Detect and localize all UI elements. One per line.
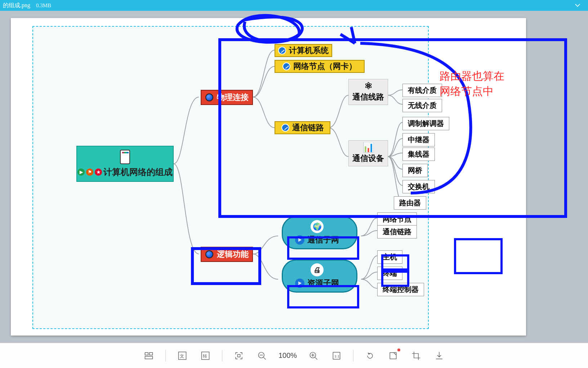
leaf-hub[interactable]: 集线器 (402, 148, 435, 161)
toolbar-separator (353, 350, 353, 362)
svg-rect-18 (390, 352, 396, 359)
node-label: 计算机系统 (289, 45, 329, 56)
dot-icon (205, 93, 213, 101)
dot-icon (278, 47, 286, 54)
node-jisuanji[interactable]: 计算机系统 (275, 44, 332, 57)
title-bar: 的组成.png 0.3MB (0, 0, 588, 11)
notification-dot-icon (397, 349, 400, 351)
svg-line-13 (315, 357, 317, 359)
zoom-out-button[interactable] (255, 349, 268, 362)
phone-icon (120, 150, 130, 164)
star-icon: ★ (95, 168, 102, 176)
svg-text:转: 转 (203, 354, 207, 359)
root-label: 计算机网络的组成 (103, 166, 173, 178)
annotation-rect-host (381, 254, 409, 271)
toolbar-separator (165, 350, 166, 362)
chevron-down-icon[interactable] (574, 2, 581, 9)
globe-icon: 🌍 (311, 220, 324, 233)
leaf-repeater[interactable]: 中继器 (402, 133, 435, 146)
annotation-rect-logical (191, 247, 261, 285)
svg-rect-3 (145, 356, 152, 359)
node-label: 通信设备 (352, 153, 384, 164)
zoom-in-button[interactable] (307, 349, 320, 362)
svg-text:1:1: 1:1 (334, 354, 340, 358)
node-tongxinxianlu[interactable]: ⚛ 通信线路 (348, 79, 388, 105)
leaf-modem[interactable]: 调制解调器 (402, 117, 449, 130)
annotation-rect-empty (454, 238, 503, 274)
transform-button[interactable]: 转 (199, 349, 212, 362)
annotation-rect-terminal (381, 271, 409, 287)
download-button[interactable] (433, 349, 446, 362)
leaf-wuxian[interactable]: 无线介质 (402, 99, 442, 112)
node-tongxinshebei[interactable]: 📊 通信设备 (348, 140, 388, 166)
dot-icon (281, 124, 289, 132)
node-physical[interactable]: 物理连接 (201, 90, 253, 105)
svg-rect-1 (145, 352, 148, 355)
annotation-text: 路由器也算在 网络节点中 (440, 69, 504, 99)
file-size: 0.3MB (36, 3, 51, 9)
bottom-toolbar: 文 转 100% 1:1 (0, 343, 588, 368)
node-label: 网络节点（网卡） (293, 61, 357, 72)
dot-icon (282, 62, 290, 70)
svg-text:文: 文 (180, 354, 184, 359)
rotate-button[interactable] (364, 349, 377, 362)
play-icon: ▶ (77, 168, 85, 176)
crop-button[interactable] (410, 349, 423, 362)
svg-line-10 (263, 357, 266, 359)
leaf-commlink[interactable]: 通信链路 (377, 225, 417, 238)
atom-icon: ⚛ (364, 82, 373, 91)
fit-screen-button[interactable] (232, 349, 245, 362)
node-label: 通信链路 (292, 122, 324, 133)
thumbnail-view-button[interactable] (142, 349, 155, 362)
leaf-switch[interactable]: 交换机 (402, 180, 435, 193)
edit-button[interactable] (387, 349, 400, 362)
root-node[interactable]: ▶ ⚑ ★ 计算机网络的组成 (76, 146, 174, 182)
zoom-level: 100% (279, 351, 297, 360)
node-tongxinlianlu[interactable]: 通信链路 (275, 121, 330, 134)
toolbar-separator (222, 350, 222, 362)
flag-icon: ⚑ (86, 168, 93, 176)
ocr-button[interactable]: 文 (176, 349, 189, 362)
leaf-netnode[interactable]: 网络节点 (377, 213, 417, 226)
leaf-bridge[interactable]: 网桥 (402, 164, 428, 177)
node-label: 物理连接 (217, 92, 249, 103)
chart-icon: 📊 (362, 143, 374, 152)
svg-rect-8 (237, 354, 240, 357)
annotation-rect-ziyuan (287, 285, 359, 308)
actual-size-button[interactable]: 1:1 (330, 349, 343, 362)
leaf-youxian[interactable]: 有线介质 (402, 84, 442, 97)
node-label: 通信线路 (352, 92, 384, 102)
svg-rect-2 (150, 352, 153, 355)
annotation-rect-tongxin (287, 236, 359, 260)
printer-icon: 🖨 (311, 263, 324, 276)
node-wangka[interactable]: 网络节点（网卡） (275, 60, 365, 73)
leaf-router[interactable]: 路由器 (394, 196, 426, 210)
file-name: 的组成.png (3, 2, 30, 9)
